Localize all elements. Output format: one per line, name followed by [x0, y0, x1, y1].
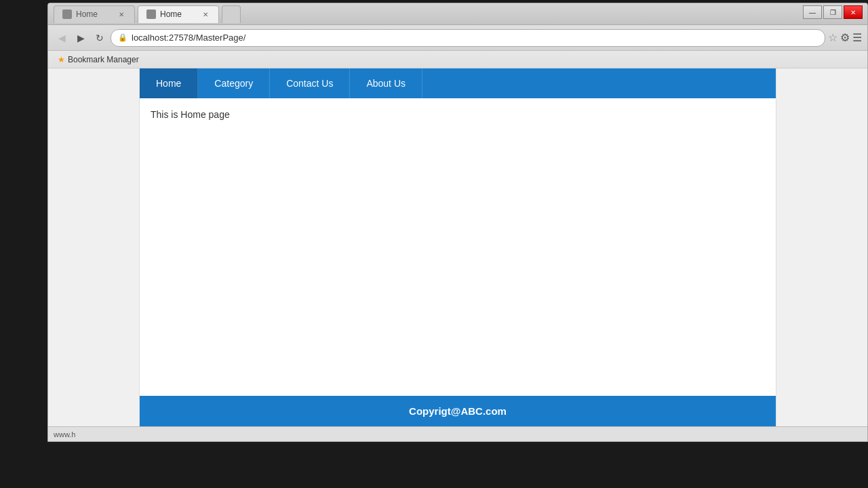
tab-2-close[interactable]: ✕ — [201, 9, 210, 19]
main-content: This is Home page — [140, 98, 776, 396]
forward-button[interactable]: ▶ — [73, 30, 89, 46]
nav-bar: Home Category Contact Us About Us — [140, 68, 776, 98]
bookmarks-bar: ★ Bookmark Manager — [48, 51, 867, 68]
back-button[interactable]: ◀ — [54, 30, 70, 46]
address-bar-container: 🔒 — [111, 29, 825, 47]
nav-category[interactable]: Category — [198, 68, 270, 98]
browser-window: Home ✕ Home ✕ ◀ ▶ ↻ 🔒 ☆ ⚙ ☰ ★ Bookmark M… — [47, 3, 868, 442]
nav-home[interactable]: Home — [140, 68, 198, 98]
title-bar: Home ✕ Home ✕ — [48, 3, 867, 25]
nav-contact-us[interactable]: Contact Us — [270, 68, 350, 98]
bookmark-label: Bookmark Manager — [68, 55, 139, 64]
status-text: www.h — [54, 430, 75, 439]
page-content: Home Category Contact Us About Us This i… — [48, 68, 867, 426]
new-tab-button[interactable] — [222, 5, 241, 23]
site-wrapper: Home Category Contact Us About Us This i… — [139, 68, 776, 426]
bookmark-star-button[interactable]: ☆ — [828, 31, 837, 44]
settings-button[interactable]: ⚙ — [840, 31, 850, 44]
lock-icon: 🔒 — [118, 33, 127, 42]
copyright-text: Copyrigt@ABC.com — [409, 405, 507, 417]
status-bar: www.h — [48, 426, 867, 441]
menu-button[interactable]: ☰ — [852, 31, 862, 44]
tab-2-label: Home — [160, 9, 182, 19]
tab-1[interactable]: Home ✕ — [54, 5, 135, 23]
site-footer: Copyrigt@ABC.com — [140, 396, 776, 426]
nav-about-us[interactable]: About Us — [350, 68, 422, 98]
body-text: This is Home page — [151, 109, 765, 120]
bookmark-manager-item[interactable]: ★ Bookmark Manager — [54, 54, 143, 66]
tab-2[interactable]: Home ✕ — [138, 5, 219, 23]
address-bar[interactable] — [132, 33, 818, 43]
toolbar: ◀ ▶ ↻ 🔒 ☆ ⚙ ☰ — [48, 25, 867, 51]
restore-button[interactable]: ❐ — [823, 5, 842, 19]
tab-icon-2 — [146, 9, 156, 19]
refresh-button[interactable]: ↻ — [92, 30, 108, 46]
close-button[interactable]: ✕ — [844, 5, 863, 19]
bookmark-star-icon: ★ — [58, 55, 65, 64]
window-controls: — ❐ ✕ — [803, 5, 863, 19]
tab-icon-1 — [62, 9, 72, 19]
tab-1-label: Home — [76, 9, 98, 19]
minimize-button[interactable]: — — [803, 5, 822, 19]
tab-1-close[interactable]: ✕ — [117, 9, 126, 19]
